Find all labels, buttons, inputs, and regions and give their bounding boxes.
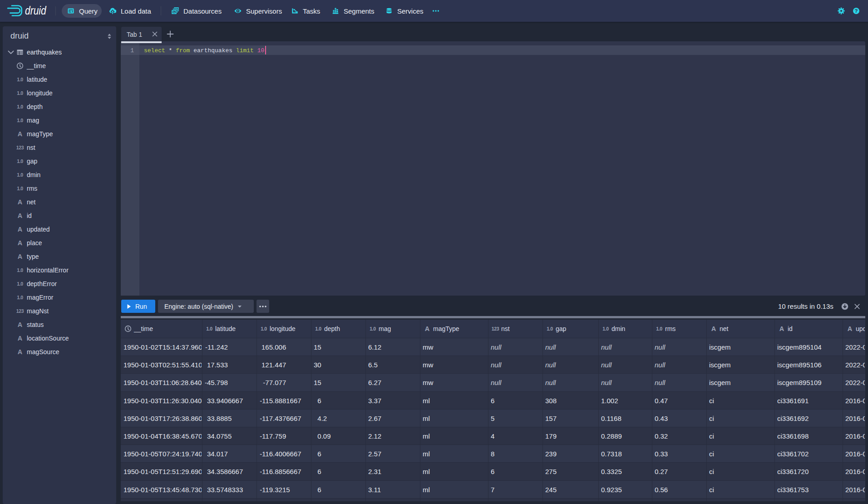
svg-text:?: ? (855, 8, 858, 14)
